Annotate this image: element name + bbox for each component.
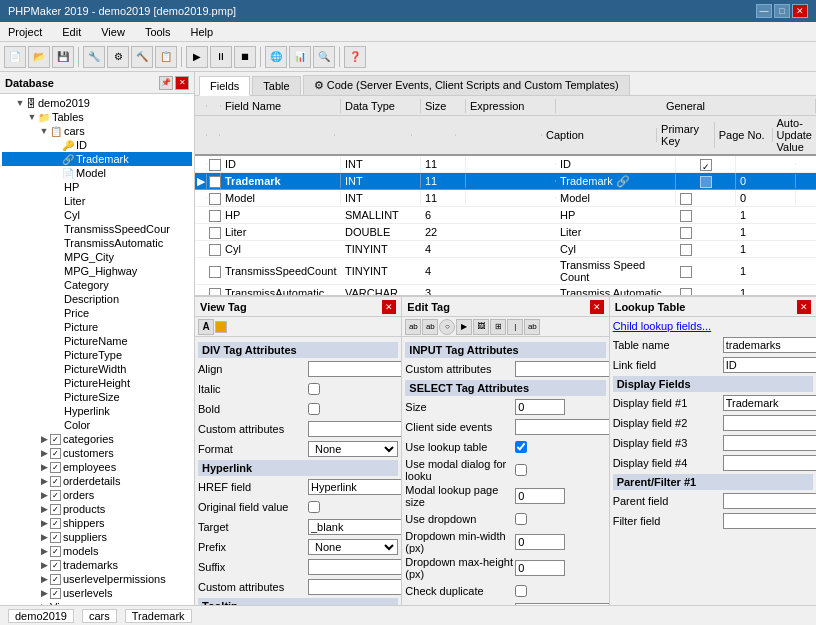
input-custom-et[interactable] bbox=[515, 361, 608, 377]
checkbox-model[interactable] bbox=[209, 193, 221, 205]
checkbox-bold[interactable] bbox=[308, 403, 320, 415]
row-chk-tm[interactable] bbox=[207, 173, 221, 188]
tab-fields[interactable]: Fields bbox=[199, 76, 250, 96]
pk-checkbox-tm[interactable] bbox=[700, 176, 712, 188]
child-lookup-link[interactable]: Child lookup fields... bbox=[613, 320, 711, 332]
input-dd-min[interactable] bbox=[515, 534, 565, 550]
chk-liter[interactable] bbox=[209, 227, 221, 239]
tree-table-categories[interactable]: ▶ categories bbox=[2, 432, 192, 446]
tree-table-trademarks[interactable]: ▶ trademarks bbox=[2, 558, 192, 572]
row-pk-tm[interactable] bbox=[676, 173, 736, 188]
input-custom-attrs[interactable] bbox=[308, 421, 401, 437]
edit-tag-close[interactable]: ✕ bbox=[590, 300, 604, 314]
input-client-events[interactable] bbox=[515, 419, 608, 435]
tree-table-userlevels[interactable]: ▶ userlevels bbox=[2, 586, 192, 600]
menu-project[interactable]: Project bbox=[4, 25, 46, 39]
toolbar-btn12[interactable]: 📊 bbox=[289, 46, 311, 68]
et-btn-ab2[interactable]: ab bbox=[524, 319, 540, 335]
tree-field-picturename[interactable]: PictureName bbox=[2, 334, 192, 348]
pk-checkbox-model[interactable] bbox=[680, 193, 692, 205]
et-btn-play[interactable]: ▶ bbox=[456, 319, 472, 335]
row-chk-model[interactable] bbox=[207, 190, 221, 205]
tree-item-tables[interactable]: ▼ 📁 Tables bbox=[2, 110, 192, 124]
input-modal-page[interactable] bbox=[515, 488, 565, 504]
input-df2[interactable] bbox=[723, 415, 816, 431]
chk-pk-liter[interactable] bbox=[680, 227, 692, 239]
row-pk-id[interactable] bbox=[676, 156, 736, 171]
checkbox-categories[interactable] bbox=[50, 434, 61, 445]
row-pk-hp[interactable] bbox=[676, 207, 736, 222]
checkbox-products[interactable] bbox=[50, 504, 61, 515]
checkbox-userlevels[interactable] bbox=[50, 588, 61, 599]
tree-item-demo2019[interactable]: ▼ 🗄 demo2019 bbox=[2, 96, 192, 110]
tree-field-liter[interactable]: Liter bbox=[2, 194, 192, 208]
tab-code[interactable]: ⚙ Code (Server Events, Client Scripts an… bbox=[303, 75, 630, 95]
view-tag-close[interactable]: ✕ bbox=[382, 300, 396, 314]
tree-item-cars[interactable]: ▼ 📋 cars bbox=[2, 124, 192, 138]
tree-field-hyperlink[interactable]: Hyperlink bbox=[2, 404, 192, 418]
tree-table-orderdetails[interactable]: ▶ orderdetails bbox=[2, 474, 192, 488]
chk-tsc[interactable] bbox=[209, 266, 221, 278]
checkbox-orderdetails[interactable] bbox=[50, 476, 61, 487]
close-button[interactable]: ✕ bbox=[792, 4, 808, 18]
checkbox-use-dropdown[interactable] bbox=[515, 513, 527, 525]
tree-field-pictureheight[interactable]: PictureHeight bbox=[2, 376, 192, 390]
row-chk-id[interactable] bbox=[207, 156, 221, 171]
checkbox-ulperms[interactable] bbox=[50, 574, 61, 585]
checkbox-models[interactable] bbox=[50, 546, 61, 557]
checkbox-check-dup[interactable] bbox=[515, 585, 527, 597]
input-custom-attrs2[interactable] bbox=[308, 579, 401, 595]
chk-pk-tsc[interactable] bbox=[680, 266, 692, 278]
checkbox-orders[interactable] bbox=[50, 490, 61, 501]
tree-field-transmiss-auto[interactable]: TransmissAutomatic bbox=[2, 236, 192, 250]
menu-help[interactable]: Help bbox=[187, 25, 218, 39]
toolbar-save[interactable]: 💾 bbox=[52, 46, 74, 68]
tree-field-picturetype[interactable]: PictureType bbox=[2, 348, 192, 362]
et-btn-grid[interactable]: ⊞ bbox=[490, 319, 506, 335]
maximize-button[interactable]: □ bbox=[774, 4, 790, 18]
tree-field-price[interactable]: Price bbox=[2, 306, 192, 320]
toolbar-btn13[interactable]: 🔍 bbox=[313, 46, 335, 68]
toolbar-btn8[interactable]: ▶ bbox=[186, 46, 208, 68]
input-target[interactable] bbox=[308, 519, 401, 535]
pk-checkbox-hp[interactable] bbox=[680, 210, 692, 222]
checkbox-id[interactable] bbox=[209, 159, 221, 171]
tree-table-customers[interactable]: ▶ customers bbox=[2, 446, 192, 460]
checkbox-suppliers[interactable] bbox=[50, 532, 61, 543]
tree-field-mpg-city[interactable]: MPG_City bbox=[2, 250, 192, 264]
et-btn-sep[interactable]: | bbox=[507, 319, 523, 335]
toolbar-btn14[interactable]: ❓ bbox=[344, 46, 366, 68]
input-href[interactable] bbox=[308, 479, 401, 495]
tree-field-model[interactable]: 📄 Model bbox=[2, 166, 192, 180]
checkbox-customers[interactable] bbox=[50, 448, 61, 459]
tab-table[interactable]: Table bbox=[252, 76, 300, 95]
db-close-icon[interactable]: ✕ bbox=[175, 76, 189, 90]
vt-btn-color[interactable] bbox=[215, 321, 227, 333]
db-pin-icon[interactable]: 📌 bbox=[159, 76, 173, 90]
toolbar-btn5[interactable]: ⚙ bbox=[107, 46, 129, 68]
input-parent-field[interactable] bbox=[723, 493, 816, 509]
tree-field-color[interactable]: Color bbox=[2, 418, 192, 432]
input-df4[interactable] bbox=[723, 455, 816, 471]
checkbox-tm[interactable] bbox=[209, 176, 221, 188]
tree-field-id[interactable]: 🔑 ID bbox=[2, 138, 192, 152]
tree-table-suppliers[interactable]: ▶ suppliers bbox=[2, 530, 192, 544]
input-table-name[interactable] bbox=[723, 337, 816, 353]
tree-table-products[interactable]: ▶ products bbox=[2, 502, 192, 516]
chk-pk-cyl[interactable] bbox=[680, 244, 692, 256]
fields-table-scroll[interactable]: ID INT 11 ID ▶ Trademark INT bbox=[195, 156, 816, 295]
toolbar-btn4[interactable]: 🔧 bbox=[83, 46, 105, 68]
minimize-button[interactable]: — bbox=[756, 4, 772, 18]
et-btn-ab[interactable]: ab bbox=[405, 319, 421, 335]
input-link-field[interactable] bbox=[723, 357, 816, 373]
checkbox-shippers[interactable] bbox=[50, 518, 61, 529]
input-dd-max[interactable] bbox=[515, 560, 565, 576]
tree-field-picturewidth[interactable]: PictureWidth bbox=[2, 362, 192, 376]
select-prefix[interactable]: None bbox=[308, 539, 398, 555]
tree-table-models[interactable]: ▶ models bbox=[2, 544, 192, 558]
toolbar-btn7[interactable]: 📋 bbox=[155, 46, 177, 68]
lookup-table-close[interactable]: ✕ bbox=[797, 300, 811, 314]
tree-field-cyl[interactable]: Cyl bbox=[2, 208, 192, 222]
input-size-et[interactable] bbox=[515, 399, 565, 415]
checkbox-use-lookup[interactable] bbox=[515, 441, 527, 453]
